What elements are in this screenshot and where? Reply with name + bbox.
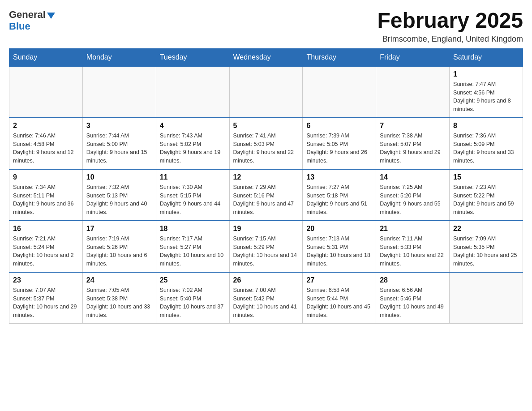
table-row: 12Sunrise: 7:29 AMSunset: 5:16 PMDayligh… [229,169,303,221]
day-number: 26 [233,276,299,284]
day-info: Sunrise: 7:17 AMSunset: 5:27 PMDaylight:… [160,235,226,268]
day-info: Sunrise: 7:30 AMSunset: 5:15 PMDaylight:… [160,183,226,217]
table-row: 20Sunrise: 7:13 AMSunset: 5:31 PMDayligh… [303,221,376,272]
table-row [82,66,156,118]
calendar-table: Sunday Monday Tuesday Wednesday Thursday… [9,48,523,324]
header-tuesday: Tuesday [156,48,229,66]
table-row: 8Sunrise: 7:36 AMSunset: 5:09 PMDaylight… [450,118,523,169]
calendar-week-row: 2Sunrise: 7:46 AMSunset: 4:58 PMDaylight… [9,118,523,169]
day-info: Sunrise: 7:25 AMSunset: 5:20 PMDaylight:… [380,183,446,217]
page-header: General Blue February 2025 Brimscombe, E… [9,9,523,44]
day-info: Sunrise: 7:41 AMSunset: 5:03 PMDaylight:… [233,132,299,165]
day-number: 8 [453,122,519,130]
table-row: 14Sunrise: 7:25 AMSunset: 5:20 PMDayligh… [376,169,450,221]
day-info: Sunrise: 6:56 AMSunset: 5:46 PMDaylight:… [380,286,446,320]
day-number: 27 [306,276,372,284]
day-info: Sunrise: 7:47 AMSunset: 4:56 PMDaylight:… [453,80,519,114]
day-info: Sunrise: 7:15 AMSunset: 5:29 PMDaylight:… [233,235,299,268]
day-info: Sunrise: 7:05 AMSunset: 5:38 PMDaylight:… [86,286,152,320]
day-info: Sunrise: 7:29 AMSunset: 5:16 PMDaylight:… [233,183,299,217]
day-info: Sunrise: 7:43 AMSunset: 5:02 PMDaylight:… [160,132,226,165]
table-row: 28Sunrise: 6:56 AMSunset: 5:46 PMDayligh… [376,272,450,324]
day-info: Sunrise: 7:27 AMSunset: 5:18 PMDaylight:… [306,183,372,217]
logo-triangle-icon [47,13,55,19]
day-info: Sunrise: 7:32 AMSunset: 5:13 PMDaylight:… [86,183,152,217]
day-info: Sunrise: 7:46 AMSunset: 4:58 PMDaylight:… [13,132,79,165]
day-number: 5 [233,122,299,130]
table-row: 13Sunrise: 7:27 AMSunset: 5:18 PMDayligh… [303,169,376,221]
day-number: 18 [160,225,226,233]
day-number: 13 [306,173,372,181]
header-sunday: Sunday [9,48,83,66]
table-row: 18Sunrise: 7:17 AMSunset: 5:27 PMDayligh… [156,221,229,272]
table-row: 19Sunrise: 7:15 AMSunset: 5:29 PMDayligh… [229,221,303,272]
day-number: 15 [453,173,519,181]
table-row [229,66,303,118]
title-section: February 2025 Brimscombe, England, Unite… [377,9,523,44]
table-row: 15Sunrise: 7:23 AMSunset: 5:22 PMDayligh… [450,169,523,221]
header-friday: Friday [376,48,450,66]
logo-general-text: General [9,9,46,21]
day-number: 14 [380,173,446,181]
table-row: 22Sunrise: 7:09 AMSunset: 5:35 PMDayligh… [450,221,523,272]
table-row: 16Sunrise: 7:21 AMSunset: 5:24 PMDayligh… [9,221,83,272]
day-number: 23 [13,276,79,284]
day-number: 9 [13,173,79,181]
day-number: 25 [160,276,226,284]
table-row: 3Sunrise: 7:44 AMSunset: 5:00 PMDaylight… [82,118,156,169]
weekday-header-row: Sunday Monday Tuesday Wednesday Thursday… [9,48,523,66]
day-info: Sunrise: 7:09 AMSunset: 5:35 PMDaylight:… [453,235,519,268]
day-number: 6 [306,122,372,130]
table-row: 21Sunrise: 7:11 AMSunset: 5:33 PMDayligh… [376,221,450,272]
header-wednesday: Wednesday [229,48,303,66]
table-row [450,272,523,324]
header-monday: Monday [82,48,156,66]
table-row: 4Sunrise: 7:43 AMSunset: 5:02 PMDaylight… [156,118,229,169]
month-title: February 2025 [377,9,523,33]
table-row: 26Sunrise: 7:00 AMSunset: 5:42 PMDayligh… [229,272,303,324]
day-info: Sunrise: 7:00 AMSunset: 5:42 PMDaylight:… [233,286,299,320]
day-number: 22 [453,225,519,233]
calendar-week-row: 9Sunrise: 7:34 AMSunset: 5:11 PMDaylight… [9,169,523,221]
table-row [376,66,450,118]
day-info: Sunrise: 7:07 AMSunset: 5:37 PMDaylight:… [13,286,79,320]
table-row [303,66,376,118]
day-number: 1 [453,70,519,78]
table-row: 10Sunrise: 7:32 AMSunset: 5:13 PMDayligh… [82,169,156,221]
header-saturday: Saturday [450,48,523,66]
calendar-week-row: 1Sunrise: 7:47 AMSunset: 4:56 PMDaylight… [9,66,523,118]
day-info: Sunrise: 7:36 AMSunset: 5:09 PMDaylight:… [453,132,519,165]
day-number: 12 [233,173,299,181]
day-number: 10 [86,173,152,181]
table-row [156,66,229,118]
day-info: Sunrise: 7:13 AMSunset: 5:31 PMDaylight:… [306,235,372,268]
day-number: 24 [86,276,152,284]
day-info: Sunrise: 7:34 AMSunset: 5:11 PMDaylight:… [13,183,79,217]
day-info: Sunrise: 7:19 AMSunset: 5:26 PMDaylight:… [86,235,152,268]
day-number: 20 [306,225,372,233]
logo: General Blue [9,9,55,32]
day-info: Sunrise: 7:23 AMSunset: 5:22 PMDaylight:… [453,183,519,217]
table-row: 2Sunrise: 7:46 AMSunset: 4:58 PMDaylight… [9,118,83,169]
day-number: 21 [380,225,446,233]
day-info: Sunrise: 7:02 AMSunset: 5:40 PMDaylight:… [160,286,226,320]
day-number: 16 [13,225,79,233]
calendar-week-row: 16Sunrise: 7:21 AMSunset: 5:24 PMDayligh… [9,221,523,272]
day-number: 4 [160,122,226,130]
table-row: 9Sunrise: 7:34 AMSunset: 5:11 PMDaylight… [9,169,83,221]
day-number: 28 [380,276,446,284]
table-row: 5Sunrise: 7:41 AMSunset: 5:03 PMDaylight… [229,118,303,169]
table-row: 17Sunrise: 7:19 AMSunset: 5:26 PMDayligh… [82,221,156,272]
day-info: Sunrise: 7:44 AMSunset: 5:00 PMDaylight:… [86,132,152,165]
day-number: 11 [160,173,226,181]
day-number: 19 [233,225,299,233]
table-row: 11Sunrise: 7:30 AMSunset: 5:15 PMDayligh… [156,169,229,221]
table-row: 27Sunrise: 6:58 AMSunset: 5:44 PMDayligh… [303,272,376,324]
table-row: 24Sunrise: 7:05 AMSunset: 5:38 PMDayligh… [82,272,156,324]
location-subtitle: Brimscombe, England, United Kingdom [377,34,523,44]
day-info: Sunrise: 7:38 AMSunset: 5:07 PMDaylight:… [380,132,446,165]
day-info: Sunrise: 6:58 AMSunset: 5:44 PMDaylight:… [306,286,372,320]
logo-blue-text: Blue [9,21,30,32]
table-row: 25Sunrise: 7:02 AMSunset: 5:40 PMDayligh… [156,272,229,324]
day-info: Sunrise: 7:11 AMSunset: 5:33 PMDaylight:… [380,235,446,268]
